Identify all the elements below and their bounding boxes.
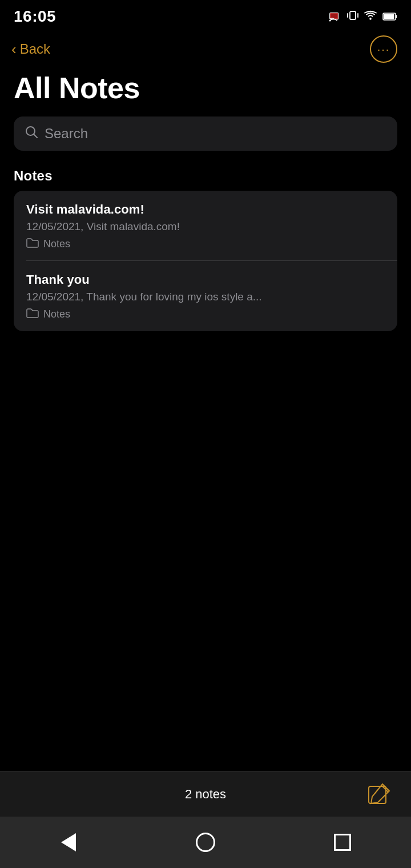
note-date-1: 12/05/2021, (26, 220, 83, 232)
note-item-2[interactable]: Thank you 12/05/2021, Thank you for lovi… (14, 261, 397, 331)
note-meta-2: 12/05/2021, Thank you for loving my ios … (26, 291, 385, 303)
note-preview-text-1: Visit malavida.com! (87, 220, 180, 232)
status-bar: 16:05 (0, 0, 411, 30)
nav-bar: ‹ Back ··· (0, 30, 411, 69)
search-icon (25, 126, 38, 142)
note-title-2: Thank you (26, 272, 385, 287)
back-chevron-icon: ‹ (11, 42, 17, 57)
note-preview-text-2: Thank you for loving my ios style a... (86, 291, 261, 303)
wifi-icon (364, 10, 377, 23)
note-folder-label-1: Notes (43, 238, 70, 250)
compose-button[interactable] (364, 779, 394, 809)
note-item-1[interactable]: Visit malavida.com! 12/05/2021, Visit ma… (14, 191, 397, 261)
note-date-2: 12/05/2021, (26, 291, 83, 303)
back-label: Back (20, 41, 50, 57)
folder-icon-2 (26, 308, 39, 321)
svg-rect-3 (350, 11, 356, 19)
note-title-1: Visit malavida.com! (26, 202, 385, 217)
more-dots-icon: ··· (377, 43, 390, 55)
status-time: 16:05 (14, 7, 56, 26)
android-nav-bar (0, 817, 411, 868)
android-home-button[interactable] (183, 825, 228, 859)
back-button[interactable]: ‹ Back (11, 41, 50, 57)
page-title: All Notes (0, 69, 411, 116)
note-folder-label-2: Notes (43, 308, 70, 320)
notes-count: 2 notes (47, 787, 364, 802)
battery-icon (382, 10, 397, 23)
search-bar[interactable] (14, 116, 397, 151)
bottom-bar: 2 notes (0, 771, 411, 817)
note-folder-2: Notes (26, 308, 385, 321)
notes-list: Visit malavida.com! 12/05/2021, Visit ma… (14, 191, 397, 331)
status-icons (329, 10, 397, 24)
android-recents-button[interactable] (320, 825, 365, 859)
svg-line-10 (34, 134, 37, 138)
cast-icon (329, 11, 341, 22)
svg-rect-8 (384, 14, 394, 19)
section-header: Notes (0, 168, 411, 191)
android-back-button[interactable] (46, 825, 91, 859)
note-folder-1: Notes (26, 238, 385, 251)
android-home-icon (196, 833, 215, 852)
android-recents-icon (334, 834, 351, 851)
folder-icon-1 (26, 238, 39, 251)
svg-point-2 (329, 20, 331, 22)
android-back-icon (61, 833, 76, 851)
vibrate-icon (347, 10, 358, 24)
more-button[interactable]: ··· (370, 35, 397, 63)
search-input[interactable] (45, 126, 386, 142)
svg-point-6 (369, 18, 372, 20)
note-meta-1: 12/05/2021, Visit malavida.com! (26, 220, 385, 233)
